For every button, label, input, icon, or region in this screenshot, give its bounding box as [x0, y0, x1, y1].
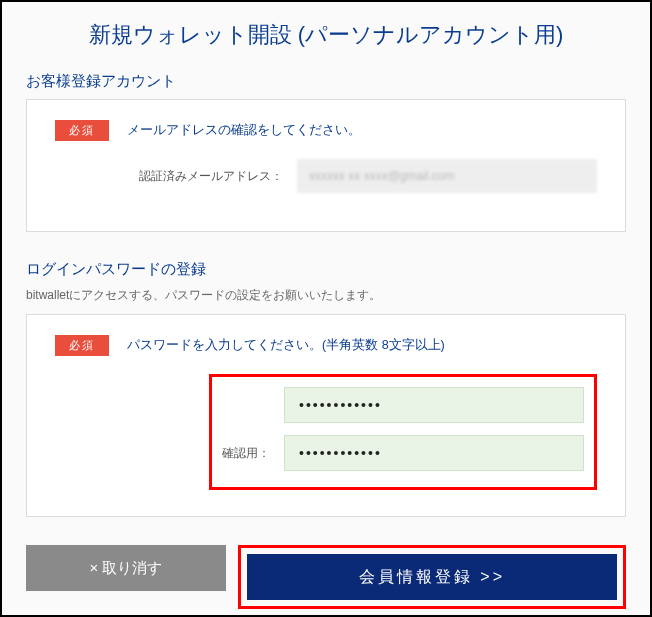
required-badge: 必須: [55, 335, 109, 356]
page-title: 新規ウォレット開設 (パーソナルアカウント用): [2, 2, 650, 72]
submit-highlight: 会員情報登録 >>: [238, 545, 626, 609]
password-instruction: パスワードを入力してください。(半角英数 8文字以上): [127, 337, 445, 354]
account-instruction: メールアドレスの確認をしてください。: [127, 122, 361, 139]
verified-email-display: xxxxxx xx xxxx@gmail.com: [297, 159, 597, 193]
email-label: 認証済みメールアドレス：: [139, 168, 283, 185]
password-card: 必須 パスワードを入力してください。(半角英数 8文字以上) 確認用：: [26, 314, 626, 517]
password-input[interactable]: [284, 387, 584, 423]
section-password-heading: ログインパスワードの登録: [2, 260, 650, 287]
cancel-button[interactable]: × 取り消す: [26, 545, 226, 591]
required-badge: 必須: [55, 120, 109, 141]
submit-button[interactable]: 会員情報登録 >>: [247, 554, 617, 600]
password-highlight: 確認用：: [209, 374, 597, 490]
section-password-sub: bitwalletにアクセスする、パスワードの設定をお願いいたします。: [2, 287, 650, 314]
footer-note: ご入力が全て完了しました。会員情報登録画面へお進みください。: [2, 609, 650, 617]
section-account-heading: お客様登録アカウント: [2, 72, 650, 99]
account-card: 必須 メールアドレスの確認をしてください。 認証済みメールアドレス： xxxxx…: [26, 99, 626, 232]
password-confirm-input[interactable]: [284, 435, 584, 471]
password-confirm-label: 確認用：: [222, 445, 270, 462]
